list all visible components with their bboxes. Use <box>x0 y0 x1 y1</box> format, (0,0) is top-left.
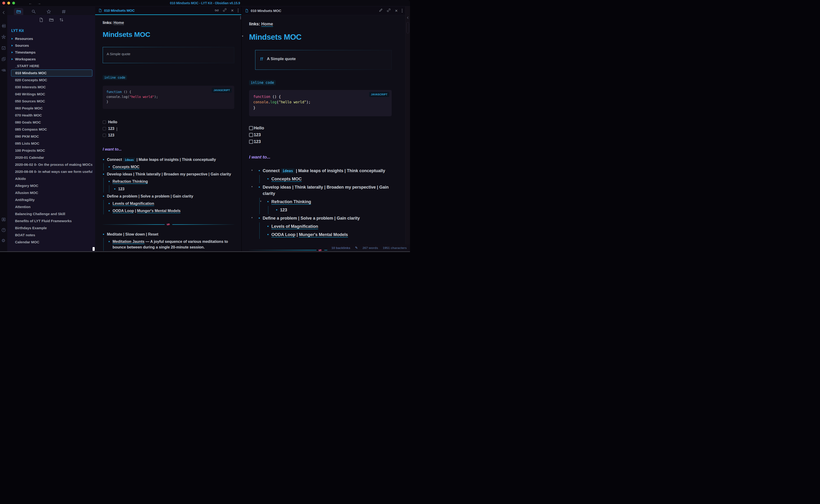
more-options-icon[interactable] <box>238 9 238 12</box>
settings-gear-icon[interactable]: ⚙ <box>1 238 6 243</box>
folder-item[interactable]: Workspaces <box>11 56 92 62</box>
file-item[interactable]: Antifragility <box>11 196 92 203</box>
internal-link[interactable]: Meditation Jaunts <box>112 240 144 244</box>
pane-right-title[interactable]: 010 Mindsets MOC <box>251 9 281 13</box>
collapse-item-icon[interactable]: ▾ <box>251 216 252 219</box>
internal-link[interactable]: Refraction Thinking <box>112 179 148 184</box>
help-icon[interactable] <box>1 228 6 232</box>
checkbox[interactable] <box>103 127 106 130</box>
bullet-icon <box>103 196 104 197</box>
collapse-item-icon[interactable]: ▾ <box>251 169 252 171</box>
internal-link[interactable]: Levels of Magnification <box>112 202 154 206</box>
quick-switcher-icon[interactable] <box>1 24 6 28</box>
right-sidebar-rail <box>405 7 410 251</box>
sort-order-icon[interactable] <box>59 18 64 23</box>
internal-link[interactable]: Munger's Mental Models <box>299 232 348 237</box>
file-item[interactable]: Balancing Challenge and Skill <box>11 210 92 217</box>
checkbox[interactable] <box>249 140 253 144</box>
new-note-icon[interactable] <box>39 18 43 23</box>
sidebar-tab-strip <box>7 7 95 15</box>
editor-content-reading[interactable]: links: Home ▾Mindsets MOC !!A Simple quo… <box>242 15 405 251</box>
home-link[interactable]: Home <box>261 22 273 27</box>
internal-link[interactable]: OODA Loop <box>112 209 134 213</box>
blockquote: !!A Simple quote <box>255 50 392 70</box>
new-folder-icon[interactable] <box>49 18 54 23</box>
file-item[interactable]: 020 Concepts MOC <box>11 77 92 84</box>
tab-starred[interactable] <box>44 8 53 15</box>
checkbox[interactable] <box>103 134 106 137</box>
close-pane-icon[interactable]: ✕ <box>395 9 398 12</box>
file-item-selected[interactable]: 010 Mindsets MOC <box>11 70 92 77</box>
collapse-item-icon[interactable]: ▾ <box>260 200 261 202</box>
checkbox[interactable] <box>249 133 253 137</box>
vault-title[interactable]: LYT Kit <box>11 27 92 35</box>
file-item[interactable]: 095 Lists MOC <box>11 140 92 147</box>
edit-mode-pencil-icon[interactable] <box>379 8 383 13</box>
file-item[interactable]: Birthdays Example <box>11 225 92 232</box>
file-item[interactable]: 080 Goals MOC <box>11 119 92 126</box>
file-item[interactable]: Benefits of LYT Fluid Frameworks <box>11 217 92 225</box>
close-pane-icon[interactable]: ✕ <box>231 9 234 12</box>
internal-link[interactable]: Levels of Magnification <box>271 224 318 229</box>
more-options-icon[interactable] <box>402 9 402 12</box>
tab-search[interactable] <box>29 8 38 15</box>
checkbox[interactable] <box>249 126 253 130</box>
file-item[interactable]: 2020-06-02 0- On the process of making M… <box>11 161 92 168</box>
backlinks-count[interactable]: 10 backlinks <box>331 246 350 250</box>
checkbox[interactable] <box>103 120 106 124</box>
task-list: Hello 123 123 <box>103 119 234 139</box>
pane-left-title[interactable]: 010 Mindsets MOC <box>104 8 135 12</box>
file-item[interactable]: 085 Compass MOC <box>11 126 92 133</box>
internal-link[interactable]: Concepts MOC <box>271 177 302 182</box>
home-link[interactable]: Home <box>113 21 124 25</box>
collapse-item-icon[interactable]: ▾ <box>251 185 252 188</box>
daily-note-calendar-icon[interactable] <box>1 46 6 50</box>
pane-left-scrollbar-thumb[interactable] <box>240 16 241 19</box>
tab-tags[interactable] <box>59 8 68 15</box>
file-item[interactable]: Aikido <box>11 175 92 182</box>
editor-content-source[interactable]: links: Home Mindsets MOC A Simple quote … <box>95 15 241 251</box>
file-item[interactable]: 2020-01 Calendar <box>11 154 92 161</box>
open-vault-icon[interactable] <box>1 217 6 222</box>
internal-link[interactable]: OODA Loop <box>271 232 295 237</box>
file-item[interactable]: 040 Writings MOC <box>11 91 92 98</box>
word-count: 267 words <box>362 246 378 250</box>
inline-code: inline code <box>103 75 127 80</box>
file-item[interactable]: 090 PKM MOC <box>11 133 92 140</box>
file-item[interactable]: 070 Health MOC <box>11 112 92 119</box>
internal-link[interactable]: Munger's Mental Models <box>137 209 180 213</box>
pane-left-header: 010 Mindsets MOC ✕ <box>95 7 241 15</box>
link-icon[interactable] <box>223 8 227 13</box>
file-item[interactable]: Calendar MOC <box>11 239 92 246</box>
random-note-icon[interactable] <box>1 57 6 61</box>
folder-item[interactable]: Sources <box>11 42 92 49</box>
file-item[interactable]: 2020-08-08 0- In what ways can we form u… <box>11 168 92 175</box>
collapse-heading-icon[interactable]: ▾ <box>242 35 243 37</box>
internal-link[interactable]: Concepts MOC <box>112 165 140 169</box>
link-icon[interactable] <box>387 8 391 13</box>
file-item[interactable]: Allegory MOC <box>11 182 92 189</box>
task-label: 123 <box>108 133 114 137</box>
folder-item[interactable]: Timestamps <box>11 49 92 56</box>
file-item[interactable]: BOAT notes <box>11 232 92 239</box>
reading-mode-glasses-icon[interactable] <box>215 8 219 13</box>
file-item[interactable]: 100 Projects MOC <box>11 147 92 154</box>
expand-right-sidebar-icon[interactable] <box>406 16 409 20</box>
file-item[interactable]: Allusion MOC <box>11 189 92 196</box>
graph-view-icon[interactable] <box>1 35 6 39</box>
code-block: JAVASCRIPT function () { console.log("he… <box>103 86 234 109</box>
file-item[interactable]: 030 Interests MOC <box>11 84 92 91</box>
pane-right-scrollbar-thumb[interactable] <box>406 22 409 33</box>
file-item[interactable]: 060 People MOC <box>11 105 92 112</box>
file-item[interactable]: _START HERE <box>11 62 92 70</box>
folder-item[interactable]: Resources <box>11 35 92 42</box>
task-row: 123 <box>249 138 392 145</box>
internal-link[interactable]: Refraction Thinking <box>271 199 311 205</box>
card-stack-icon[interactable] <box>1 68 6 72</box>
inline-code: ideas <box>123 158 135 162</box>
collapse-sidebar-icon[interactable] <box>1 10 6 15</box>
file-item[interactable]: 050 Sources MOC <box>11 98 92 105</box>
file-item[interactable]: Attention <box>11 203 92 210</box>
tab-file-explorer[interactable] <box>14 8 23 15</box>
sidebar-scrollbar-thumb[interactable] <box>93 247 95 251</box>
